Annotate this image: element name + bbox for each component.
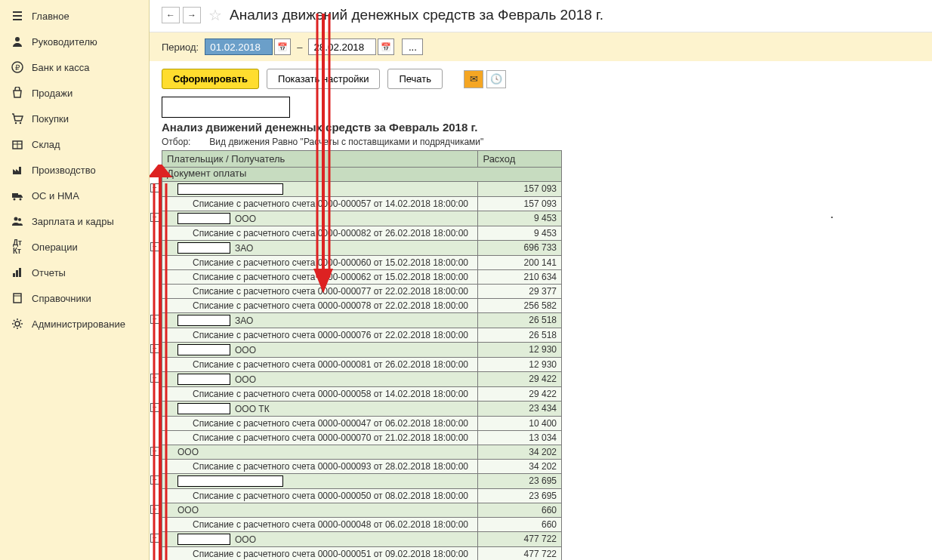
detail-value-cell: 13 034	[478, 431, 561, 445]
group-name-cell	[162, 182, 478, 196]
detail-text-cell: Списание с расчетного счета 0000-000058 …	[162, 387, 478, 401]
group-row[interactable]: −ООО477 722	[162, 532, 561, 547]
group-value-cell: 23 434	[478, 402, 561, 416]
detail-row[interactable]: Списание с расчетного счета 0000-000070 …	[162, 431, 561, 445]
detail-row[interactable]: Списание с расчетного счета 0000-000058 …	[162, 387, 561, 402]
detail-value-cell: 29 422	[478, 387, 561, 401]
group-row[interactable]: −ООО12 930	[162, 343, 561, 358]
detail-row[interactable]: Списание с расчетного счета 0000-000076 …	[162, 328, 561, 343]
detail-text-cell: Списание с расчетного счета 0000-000077 …	[162, 285, 478, 298]
group-name-cell: ООО	[162, 503, 478, 517]
svg-rect-14	[14, 294, 21, 303]
detail-row[interactable]: Списание с расчетного счета 0000-000048 …	[162, 518, 561, 532]
print-button[interactable]: Печать	[387, 69, 443, 89]
collapse-toggle[interactable]: −	[150, 475, 159, 485]
journal-icon: ДтКт	[11, 240, 24, 254]
gear-icon	[11, 317, 24, 331]
group-row[interactable]: −157 093	[162, 182, 561, 197]
show-settings-button[interactable]: Показать настройки	[267, 69, 380, 89]
sidebar-item-admin[interactable]: Администрирование	[0, 311, 149, 337]
forward-button[interactable]: →	[183, 7, 201, 23]
detail-row[interactable]: Списание с расчетного счета 0000-000051 …	[162, 547, 561, 560]
sidebar-item-label: Склад	[32, 139, 60, 150]
svg-point-9	[14, 217, 18, 221]
sidebar-item-main[interactable]: Главное	[0, 3, 149, 29]
column-header-payer: Плательщик / Получатель	[162, 151, 478, 167]
sidebar-item-assets[interactable]: ОС и НМА	[0, 183, 149, 208]
sidebar-item-label: Продажи	[32, 88, 73, 99]
sidebar-item-manager[interactable]: Руководителю	[0, 29, 149, 54]
detail-row[interactable]: Списание с расчетного счета 0000-000050 …	[162, 489, 561, 503]
redacted-box	[177, 242, 230, 254]
group-row[interactable]: −ООО ТК23 434	[162, 402, 561, 417]
detail-row[interactable]: Списание с расчетного счета 0000-000093 …	[162, 460, 561, 474]
collapse-toggle[interactable]: −	[150, 183, 159, 192]
calendar-from-button[interactable]: 📅	[274, 38, 291, 55]
sidebar-item-references[interactable]: Справочники	[0, 285, 149, 311]
detail-text-cell: Списание с расчетного счета 0000-000060 …	[162, 256, 478, 269]
period-from-input[interactable]	[205, 38, 273, 55]
detail-text-cell: Списание с расчетного счета 0000-000050 …	[162, 489, 478, 503]
collapse-toggle[interactable]: −	[150, 315, 159, 324]
detail-row[interactable]: Списание с расчетного счета 0000-000047 …	[162, 417, 561, 431]
collapse-toggle[interactable]: −	[150, 374, 159, 383]
detail-text-cell: Списание с расчетного счета 0000-000057 …	[162, 197, 478, 211]
detail-row[interactable]: Списание с расчетного счета 0000-000078 …	[162, 299, 561, 313]
detail-row[interactable]: Списание с расчетного счета 0000-000057 …	[162, 197, 561, 211]
collapse-toggle[interactable]: −	[150, 403, 159, 412]
sidebar-item-operations[interactable]: ДтКт Операции	[0, 234, 149, 260]
sidebar: Главное Руководителю ₽ Банк и касса Прод…	[0, 0, 150, 560]
sidebar-item-hr[interactable]: Зарплата и кадры	[0, 208, 149, 234]
calendar-to-button[interactable]: 📅	[378, 38, 394, 55]
collapse-toggle[interactable]: −	[150, 242, 159, 251]
email-button[interactable]: ✉	[464, 70, 483, 88]
detail-row[interactable]: Списание с расчетного счета 0000-000082 …	[162, 226, 561, 241]
group-value-cell: 34 202	[478, 445, 561, 459]
person-icon	[11, 35, 24, 48]
group-row[interactable]: −23 695	[162, 474, 561, 489]
group-value-cell: 157 093	[478, 182, 561, 196]
group-name-cell	[162, 474, 478, 488]
collapse-toggle[interactable]: −	[150, 505, 159, 514]
redacted-box	[177, 534, 230, 545]
group-row[interactable]: −ЗАО26 518	[162, 313, 561, 328]
detail-row[interactable]: Списание с расчетного счета 0000-000062 …	[162, 270, 561, 285]
detail-text-cell: Списание с расчетного счета 0000-000048 …	[162, 518, 478, 531]
group-row[interactable]: −ООО660	[162, 503, 561, 518]
period-filter-bar: Период: 📅 – 📅 ...	[150, 32, 932, 61]
collapse-toggle[interactable]: −	[150, 213, 159, 222]
group-row[interactable]: −ЗАО696 733	[162, 241, 561, 256]
group-name-text: ООО	[235, 374, 256, 385]
group-value-cell: 696 733	[478, 241, 561, 255]
sidebar-item-bank[interactable]: ₽ Банк и касса	[0, 54, 149, 80]
collapse-toggle[interactable]: −	[150, 447, 159, 456]
period-to-input[interactable]	[308, 38, 376, 55]
group-name-cell: ЗАО	[162, 241, 478, 255]
sidebar-item-sales[interactable]: Продажи	[0, 80, 149, 106]
favorite-icon[interactable]: ☆	[208, 6, 222, 24]
box-icon	[11, 137, 24, 151]
back-button[interactable]: ←	[162, 7, 180, 23]
group-row[interactable]: −ООО9 453	[162, 211, 561, 226]
sidebar-item-reports[interactable]: Отчеты	[0, 260, 149, 285]
group-value-cell: 477 722	[478, 532, 561, 546]
sidebar-item-production[interactable]: Производство	[0, 157, 149, 183]
group-row[interactable]: −ООО29 422	[162, 372, 561, 387]
group-name-text: ООО ТК	[235, 404, 270, 414]
group-name-cell: ООО	[162, 211, 478, 226]
time-button[interactable]: 🕓	[486, 70, 506, 88]
detail-row[interactable]: Списание с расчетного счета 0000-000077 …	[162, 285, 561, 299]
period-picker-button[interactable]: ...	[402, 38, 423, 55]
group-value-cell: 12 930	[478, 343, 561, 357]
generate-button[interactable]: Сформировать	[162, 69, 259, 89]
detail-value-cell: 200 141	[478, 256, 561, 269]
detail-row[interactable]: Списание с расчетного счета 0000-000060 …	[162, 256, 561, 270]
group-name-cell: ООО	[162, 343, 478, 357]
collapse-toggle[interactable]: −	[150, 534, 159, 543]
sidebar-item-warehouse[interactable]: Склад	[0, 131, 149, 157]
detail-row[interactable]: Списание с расчетного счета 0000-000081 …	[162, 358, 561, 372]
sidebar-item-purchases[interactable]: Покупки	[0, 106, 149, 131]
group-row[interactable]: −ООО34 202	[162, 445, 561, 460]
sidebar-item-label: Операции	[32, 242, 78, 253]
collapse-toggle[interactable]: −	[150, 344, 159, 353]
